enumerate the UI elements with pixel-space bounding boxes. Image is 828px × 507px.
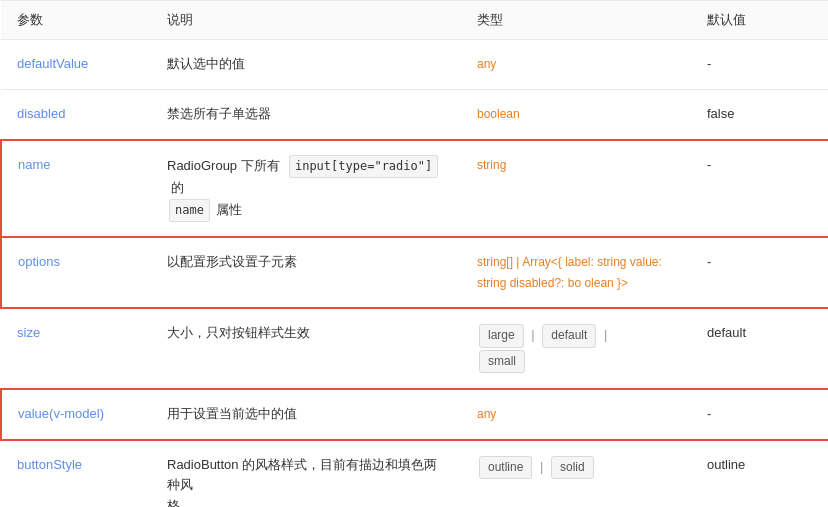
row-type: any [477, 57, 496, 71]
row-description: RadioGroup 下所有 input[type="radio"] 的 nam… [151, 140, 461, 237]
table-row-highlighted: name RadioGroup 下所有 input[type="radio"] … [1, 140, 828, 237]
col-header-type: 类型 [461, 1, 691, 40]
table-row-highlighted: value(v-model) 用于设置当前选中的值 any - [1, 389, 828, 440]
param-name: size [17, 325, 40, 340]
row-default: default [707, 325, 746, 340]
badge-sep2: | [604, 327, 607, 342]
row-default: - [707, 406, 711, 421]
desc-text3: 属性 [212, 202, 242, 217]
param-name: defaultValue [17, 56, 88, 71]
table-row: size 大小，只对按钮样式生效 large | default | small… [1, 308, 828, 388]
desc-text-suffix: 格 [167, 498, 180, 507]
type-badge-solid: solid [551, 456, 594, 479]
table-row: buttonStyle RadioButton 的风格样式，目前有描边和填色两种… [1, 440, 828, 507]
col-header-default: 默认值 [691, 1, 828, 40]
param-name: options [18, 254, 60, 269]
table-row: disabled 禁选所有子单选器 boolean false [1, 89, 828, 139]
row-default: - [707, 254, 711, 269]
table-row: defaultValue 默认选中的值 any - [1, 40, 828, 90]
row-description: RadioButton 的风格样式，目前有描边和填色两种风 格 [151, 440, 461, 507]
row-description: 大小，只对按钮样式生效 [151, 308, 461, 388]
api-table: 参数 说明 类型 默认值 defaultValue 默认选中的值 any - d… [0, 0, 828, 507]
row-type: string [477, 158, 506, 172]
type-badge-outline: outline [479, 456, 532, 479]
row-description: 默认选中的值 [151, 40, 461, 90]
badge-sep3: | [540, 459, 543, 474]
code-tag2: name [169, 199, 210, 222]
row-type-complex: string[] | Array<{ label: string value: … [477, 255, 662, 290]
row-type-badges: outline | solid [461, 440, 691, 507]
row-default: - [707, 157, 711, 172]
row-default: outline [707, 457, 745, 472]
desc-text: RadioGroup 下所有 [167, 158, 287, 173]
param-name: name [18, 157, 51, 172]
param-name: disabled [17, 106, 65, 121]
type-badge-large: large [479, 324, 524, 347]
desc-text-prefix: RadioButton 的风格样式，目前有描边和填色两种风 [167, 457, 437, 493]
param-name: buttonStyle [17, 457, 82, 472]
type-badge-small: small [479, 350, 525, 373]
row-description: 禁选所有子单选器 [151, 89, 461, 139]
row-type: any [477, 407, 496, 421]
row-default: false [707, 106, 734, 121]
col-header-param: 参数 [1, 1, 151, 40]
row-description: 以配置形式设置子元素 [151, 237, 461, 309]
row-description: 用于设置当前选中的值 [151, 389, 461, 440]
row-type: boolean [477, 107, 520, 121]
param-name: value(v-model) [18, 406, 104, 421]
code-tag: input[type="radio"] [289, 155, 438, 178]
row-type-badges: large | default | small [461, 308, 691, 388]
col-header-desc: 说明 [151, 1, 461, 40]
table-row-highlighted: options 以配置形式设置子元素 string[] | Array<{ la… [1, 237, 828, 309]
type-badge-default: default [542, 324, 596, 347]
badge-sep: | [531, 327, 534, 342]
desc-text2: 的 [167, 180, 184, 195]
row-default: - [707, 56, 711, 71]
